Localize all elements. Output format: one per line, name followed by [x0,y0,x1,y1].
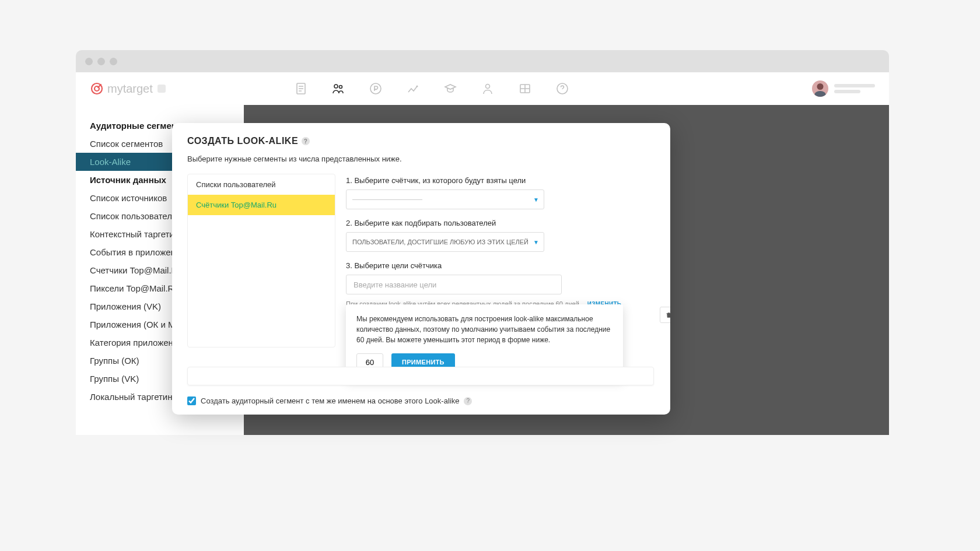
create-lookalike-modal: СОЗДАТЬ LOOK-ALIKE ? Выберите нужные сег… [172,123,670,415]
step1-label: 1. Выберите счётчик, из которого будут в… [346,176,655,185]
delete-button[interactable] [660,307,670,323]
svg-point-5 [370,83,381,94]
modal-title-text: СОЗДАТЬ LOOK-ALIKE [187,136,298,146]
modal-subtitle: Выберите нужные сегменты из числа предст… [187,155,655,163]
help-nav-icon[interactable] [555,82,569,96]
lookalike-form: 1. Выберите счётчик, из которого будут в… [346,174,655,348]
browser-dot [110,58,117,65]
segment-source-list: Списки пользователей Счётчики Top@Mail.R… [187,174,335,348]
pro-icon[interactable] [481,82,495,96]
search-strip[interactable] [187,367,654,385]
segment-source-topmail[interactable]: Счётчики Top@Mail.Ru [188,195,335,215]
step3-label: 3. Выберите цели счётчика [346,261,655,270]
counter-select[interactable]: ▼ [346,189,544,209]
browser-dot [85,58,93,65]
campaigns-icon[interactable] [294,82,308,96]
logo[interactable]: mytarget [90,82,166,96]
svg-point-7 [485,85,489,89]
matching-select-value: ПОЛЬЗОВАТЕЛИ, ДОСТИГШИЕ ЛЮБУЮ ИЗ ЭТИХ ЦЕ… [352,238,528,245]
profile-menu[interactable] [812,80,875,97]
trash-icon [665,311,671,319]
topbar: mytarget [76,72,889,105]
recommendation-text: Мы рекомендуем использовать для построен… [356,314,612,345]
avatar [812,80,828,97]
audiences-icon[interactable] [331,82,345,96]
profile-placeholder [834,84,875,93]
modal-title: СОЗДАТЬ LOOK-ALIKE ? [187,136,655,146]
segment-source-userlists[interactable]: Списки пользователей [188,174,335,195]
create-segment-label: Создать аудиторный сегмент с тем же имен… [201,396,459,405]
help-icon[interactable]: ? [464,397,472,405]
tools-icon[interactable] [518,82,532,96]
create-segment-checkbox[interactable] [187,396,196,405]
education-icon[interactable] [443,82,457,96]
chevron-down-icon: ▼ [533,239,539,245]
create-segment-checkbox-row: Создать аудиторный сегмент с тем же имен… [187,396,472,405]
svg-point-6 [416,86,418,87]
logo-text: mytarget [107,82,153,96]
chevron-down-icon: ▼ [533,196,539,203]
billing-icon[interactable] [369,82,383,96]
logo-icon [90,82,104,96]
browser-dot [97,58,105,65]
nav-icons [294,82,569,96]
goal-name-input[interactable] [346,275,562,294]
matching-select[interactable]: ПОЛЬЗОВАТЕЛИ, ДОСТИГШИЕ ЛЮБУЮ ИЗ ЭТИХ ЦЕ… [346,232,544,252]
browser-traffic-lights [76,50,889,73]
svg-point-4 [339,86,342,89]
svg-point-3 [334,85,338,88]
help-icon[interactable]: ? [302,137,310,145]
stats-icon[interactable] [406,82,420,96]
logo-badge [158,85,166,93]
step2-label: 2. Выберите как подбирать пользователей [346,219,655,227]
